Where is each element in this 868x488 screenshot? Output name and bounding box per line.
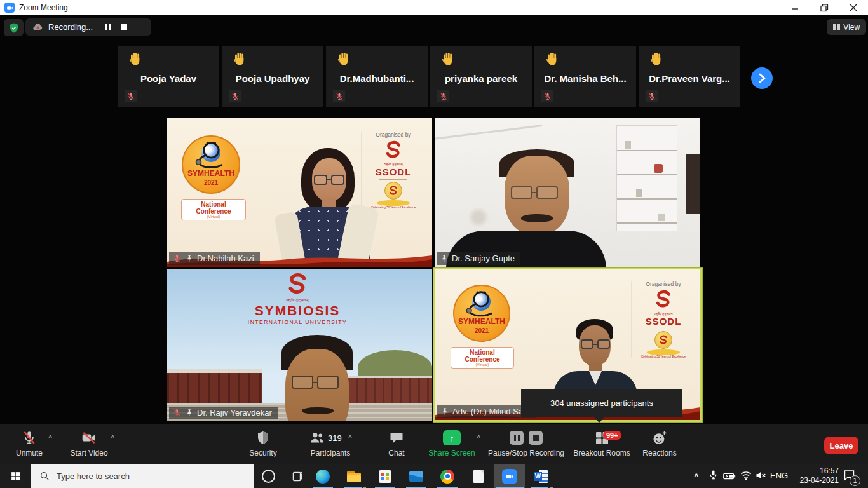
taskbar-app-chrome[interactable] [432,464,463,488]
pin-icon [440,407,449,416]
filmstrip-next-button[interactable] [751,67,773,89]
filmstrip-tile[interactable]: Pooja Yadav [118,46,219,107]
raised-hand-icon [440,51,456,67]
taskbar-app-word[interactable]: W [526,464,556,488]
taskbar-app-mail[interactable] [401,464,431,488]
taskbar-app-zoom-active[interactable] [494,464,525,488]
zoom-app-icon [4,3,15,13]
security-label: Security [235,449,291,458]
participants-icon [309,430,325,446]
picture-frame [686,154,700,214]
muted-mic-icon [172,408,182,417]
organiser-column: Oraganised by वसुधैव कुटुम्बकम् SSODL Ce… [631,281,695,358]
pause-recording-button[interactable] [104,24,112,30]
chrome-icon [440,470,454,484]
filmstrip-tile[interactable]: Dr.Madhubanti... [326,46,428,107]
filmstrip-tile[interactable]: Dr. Manisha Beh... [534,46,636,107]
ssodl-logo-icon [384,140,403,159]
tray-clock[interactable]: 16:57 23-04-2021 [788,466,839,485]
titlebar: Zoom Meeting [0,0,868,15]
participants-button[interactable]: 319 ^ Participants [294,428,367,458]
filmstrip-tile[interactable]: priyanka pareek [430,46,532,107]
filmstrip-tile[interactable]: Pooja Upadhyay [222,46,323,107]
meeting-info-shield[interactable] [4,19,24,36]
reactions-smiley-icon [651,430,668,446]
participants-count: 319 [328,433,342,443]
participant-name: Dr. Sanjay Gupte [452,254,515,263]
security-button[interactable]: Security [235,428,291,458]
recording-indicator: Recording... [25,18,151,36]
tray-mic-icon[interactable] [707,469,719,481]
pause-recording-icon[interactable] [510,431,524,445]
participant-name: Dr.Praveen Varg... [639,73,740,84]
participant-name: Pooja Yadav [118,73,219,84]
virtual-text: (Virtual) [184,215,243,219]
participants-options-chevron[interactable]: ^ [348,434,352,442]
notification-badge: 1 [850,475,860,486]
participant-name: Dr. Manisha Beh... [534,73,636,84]
ssodl-text: SSODL [362,166,425,177]
leave-button[interactable]: Leave [824,437,858,454]
share-screen-button[interactable]: ↑ Share Screen [422,428,482,458]
conference-text: National Conference [184,201,243,215]
person-mustache [302,407,334,414]
devanagari-motto: वसुधैव कुटुम्बकम् [362,162,425,166]
anniversary-emblem-icon [384,182,402,200]
recording-cloud-icon [32,21,44,34]
tray-language[interactable]: ENG [770,471,788,480]
participant-label: Dr.Nabilah Kazi [169,252,260,265]
muted-mic-icon [333,90,345,102]
zoom-meeting-window: Zoom Meeting Recording... View Pooja Yad… [0,0,868,488]
tray-battery-icon[interactable] [722,469,736,483]
stop-recording-icon[interactable] [529,431,543,445]
participant-label: Dr. Sanjay Gupte [437,252,520,265]
national-conference-box: National Conference (Virtual) [181,199,246,220]
record-label: Pause/Stop Recording [484,449,568,458]
ceiling-edge [435,125,543,140]
breakout-label: Breakout Rooms [571,449,633,458]
taskbar-search[interactable]: Type here to search [31,464,254,488]
taskbar-app-store[interactable] [370,464,400,488]
leave-label: Leave [830,441,853,451]
share-screen-icon: ↑ [443,430,461,445]
start-button[interactable] [0,464,31,488]
reactions-button[interactable]: Reactions [635,428,684,458]
breakout-rooms-button[interactable]: Breakout Rooms 99+ [571,428,633,458]
celebrating-text: Celebrating 50 Years of Excellence [632,355,695,358]
stop-recording-button[interactable] [121,24,127,30]
filmstrip-tile[interactable]: Dr.Praveen Varg... [639,46,740,107]
raised-hand-icon [336,51,351,67]
breakout-badge: 99+ [603,431,621,440]
taskbar-app-edge[interactable] [308,464,338,488]
cortana-button[interactable] [253,464,283,488]
search-icon [39,471,50,482]
video-tile-nabilah-kazi[interactable]: SYMHEALTH 2021 National Conference (Virt… [167,118,432,267]
tray-volume-muted-icon[interactable] [755,469,768,482]
virtual-text: (Virtual) [454,363,511,367]
close-button[interactable] [839,0,868,15]
participant-name: Adv. (Dr.) Milind Sa... [452,407,530,416]
minimize-button[interactable] [780,0,810,15]
tray-overflow-chevron[interactable]: ^ [694,471,699,481]
unmute-button[interactable]: Unmute [5,428,53,458]
zoom-icon [502,469,517,484]
muted-mic-icon [437,90,449,102]
video-tile-rajiv-yeravdekar[interactable]: वसुधैव कुटुम्बकम् SYMBIOSIS INTERNATIONA… [167,269,432,421]
chat-button[interactable]: Chat [376,428,417,458]
muted-mic-icon [541,90,553,102]
participants-label: Participants [294,449,367,458]
tray-wifi-icon[interactable] [740,469,752,482]
video-tile-sanjay-gupte[interactable]: Dr. Sanjay Gupte [435,118,700,267]
taskbar-app-document[interactable] [463,464,494,488]
pause-stop-recording-button[interactable]: Pause/Stop Recording [484,428,568,458]
symhealth-logo: SYMHEALTH 2021 [182,135,240,194]
raised-hand-icon [232,51,247,67]
start-video-button[interactable]: Start Video [61,428,117,458]
taskbar-app-file-explorer[interactable] [339,464,369,488]
conference-text: National Conference [454,349,511,363]
unassigned-participants-tooltip: 304 unassigned participants [521,389,682,417]
view-button[interactable]: View [827,19,866,35]
symbiosis-brand: वसुधैव कुटुम्बकम् SYMBIOSIS INTERNATIONA… [205,273,390,325]
restore-button[interactable] [810,0,839,15]
window-title: Zoom Meeting [19,3,68,12]
